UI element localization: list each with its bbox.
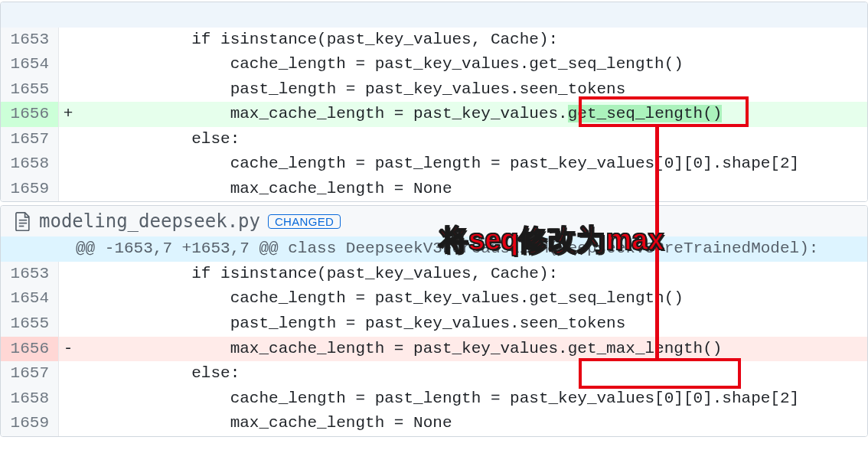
code-content: else: — [76, 127, 868, 152]
code-content: cache_length = past_length = past_key_va… — [76, 386, 868, 412]
diff-line-row: 1657 else: — [1, 361, 868, 386]
diff-sign: + — [59, 102, 76, 127]
line-number: 1654 — [1, 286, 59, 311]
line-number: 1659 — [1, 177, 59, 202]
code-content: past_length = past_key_values.seen_token… — [76, 77, 868, 103]
line-number: 1658 — [1, 152, 59, 177]
code-content: else: — [76, 361, 868, 386]
diff-line-row: 1655 past_length = past_key_values.seen_… — [1, 311, 868, 337]
diff-line-row: 1654 cache_length = past_key_values.get_… — [1, 286, 868, 311]
line-number: 1656 — [1, 337, 59, 362]
line-number: 1657 — [1, 361, 59, 386]
code-content: cache_length = past_length = past_key_va… — [76, 152, 868, 177]
diff-sign — [59, 152, 76, 177]
diff-sign — [59, 177, 76, 202]
line-number: 1653 — [1, 262, 59, 287]
line-number: 1655 — [1, 311, 59, 337]
code-content: max_cache_length = past_key_values.get_m… — [76, 337, 868, 362]
code-content: if isinstance(past_key_values, Cache): — [76, 262, 868, 287]
line-number: 1657 — [1, 127, 59, 152]
code-content: past_length = past_key_values.seen_token… — [76, 311, 868, 337]
line-number: 1659 — [1, 411, 59, 436]
diff-panel-bottom[interactable]: modeling_deepseek.py CHANGED @@ -1653,7 … — [0, 205, 868, 436]
highlight-added-token: get_seq_length() — [568, 105, 723, 122]
code-content: max_cache_length = None — [76, 411, 868, 436]
diff-panel-top[interactable]: 1653 if isinstance(past_key_values, Cach… — [0, 2, 868, 202]
changed-badge: CHANGED — [268, 214, 341, 229]
line-number: 1654 — [1, 52, 59, 77]
line-number: 1655 — [1, 77, 59, 103]
diff-sign — [59, 311, 76, 337]
code-content: cache_length = past_key_values.get_seq_l… — [76, 52, 868, 77]
file-icon — [15, 211, 31, 231]
diff-line-row: 1658 cache_length = past_length = past_k… — [1, 386, 868, 412]
diff-sign — [59, 52, 76, 77]
code-content: max_cache_length = past_key_values.get_s… — [76, 102, 868, 127]
diff-sign — [59, 262, 76, 287]
code-content: cache_length = past_key_values.get_seq_l… — [76, 286, 868, 311]
hunk-header-row: @@ -1653,7 +1653,7 @@ class DeepseekV3Fo… — [1, 236, 868, 262]
diff-sign — [59, 77, 76, 103]
diff-sign — [59, 28, 76, 53]
diff-sign — [59, 127, 76, 152]
diff-sign — [59, 286, 76, 311]
line-number: 1656 — [1, 102, 59, 127]
code-content: max_cache_length = None — [76, 177, 868, 202]
file-header: modeling_deepseek.py CHANGED — [1, 206, 867, 236]
line-number: 1658 — [1, 386, 59, 412]
diff-sign: - — [59, 337, 76, 362]
diff-sign — [59, 386, 76, 412]
diff-line-row: 1656+ max_cache_length = past_key_values… — [1, 102, 868, 127]
hunk-header-text: @@ -1653,7 +1653,7 @@ class DeepseekV3Fo… — [76, 236, 868, 262]
diff-line-row: 1656- max_cache_length = past_key_values… — [1, 337, 868, 362]
hunk-info-row-blank — [1, 2, 868, 28]
diff-sign — [59, 361, 76, 386]
code-content: if isinstance(past_key_values, Cache): — [76, 28, 868, 53]
diff-line-row: 1653 if isinstance(past_key_values, Cach… — [1, 262, 868, 287]
diff-sign — [59, 411, 76, 436]
diff-line-row: 1654 cache_length = past_key_values.get_… — [1, 52, 868, 77]
diff-line-row: 1657 else: — [1, 127, 868, 152]
diff-line-row: 1659 max_cache_length = None — [1, 411, 868, 436]
diff-line-row: 1655 past_length = past_key_values.seen_… — [1, 77, 868, 103]
diff-line-row: 1659 max_cache_length = None — [1, 177, 868, 202]
diff-line-row: 1653 if isinstance(past_key_values, Cach… — [1, 28, 868, 53]
diff-line-row: 1658 cache_length = past_length = past_k… — [1, 152, 868, 177]
file-name: modeling_deepseek.py — [39, 210, 260, 232]
line-number: 1653 — [1, 28, 59, 53]
